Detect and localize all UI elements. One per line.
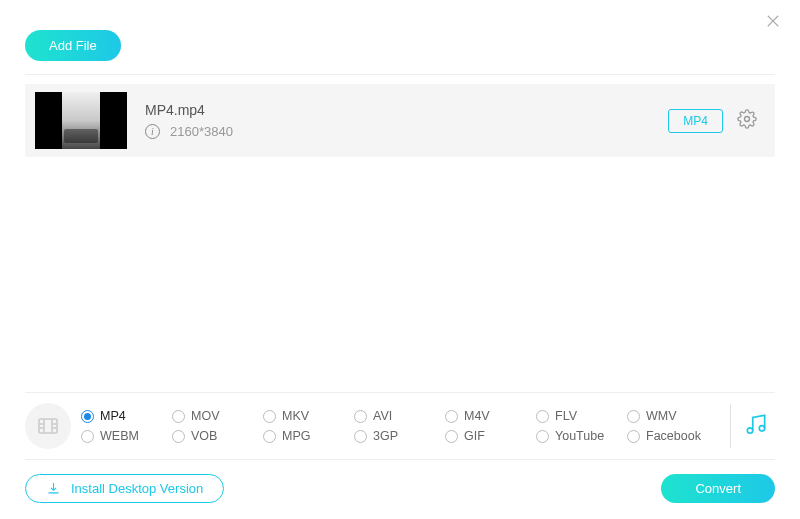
format-option-3gp[interactable]: 3GP — [354, 429, 445, 443]
download-icon — [46, 481, 61, 496]
format-option-youtube[interactable]: YouTube — [536, 429, 627, 443]
file-name: MP4.mp4 — [145, 102, 668, 118]
convert-button[interactable]: Convert — [661, 474, 775, 503]
radio-icon — [354, 430, 367, 443]
format-label: FLV — [555, 409, 577, 423]
radio-icon — [354, 410, 367, 423]
file-row: MP4.mp4 i 2160*3840 MP4 — [25, 84, 775, 157]
format-option-mov[interactable]: MOV — [172, 409, 263, 423]
format-label: MOV — [191, 409, 219, 423]
format-label: VOB — [191, 429, 217, 443]
format-label: YouTube — [555, 429, 604, 443]
svg-point-0 — [745, 116, 750, 121]
install-label: Install Desktop Version — [71, 481, 203, 496]
format-label: 3GP — [373, 429, 398, 443]
divider — [25, 74, 775, 75]
info-icon[interactable]: i — [145, 124, 160, 139]
radio-icon — [445, 410, 458, 423]
svg-point-2 — [747, 428, 752, 433]
format-option-mp4[interactable]: MP4 — [81, 409, 172, 423]
format-option-vob[interactable]: VOB — [172, 429, 263, 443]
radio-icon — [81, 410, 94, 423]
radio-icon — [263, 410, 276, 423]
format-label: GIF — [464, 429, 485, 443]
radio-icon — [536, 430, 549, 443]
format-panel: MP4MOVMKVAVIM4VFLVWMVWEBMVOBMPG3GPGIFYou… — [25, 392, 775, 459]
radio-icon — [445, 430, 458, 443]
install-desktop-button[interactable]: Install Desktop Version — [25, 474, 224, 503]
action-row: Install Desktop Version Convert — [25, 459, 775, 519]
radio-icon — [627, 410, 640, 423]
format-option-webm[interactable]: WEBM — [81, 429, 172, 443]
format-label: AVI — [373, 409, 392, 423]
format-option-facebook[interactable]: Facebook — [627, 429, 718, 443]
gear-icon[interactable] — [737, 109, 757, 133]
format-label: MP4 — [100, 409, 126, 423]
svg-rect-1 — [39, 419, 57, 433]
format-option-flv[interactable]: FLV — [536, 409, 627, 423]
format-label: Facebook — [646, 429, 701, 443]
format-option-m4v[interactable]: M4V — [445, 409, 536, 423]
format-option-gif[interactable]: GIF — [445, 429, 536, 443]
format-label: MPG — [282, 429, 310, 443]
svg-point-3 — [759, 426, 764, 431]
radio-icon — [263, 430, 276, 443]
format-label: MKV — [282, 409, 309, 423]
file-info: MP4.mp4 i 2160*3840 — [145, 102, 668, 139]
radio-icon — [81, 430, 94, 443]
output-format-badge[interactable]: MP4 — [668, 109, 723, 133]
audio-category-icon[interactable] — [743, 411, 775, 441]
format-label: WMV — [646, 409, 677, 423]
format-label: WEBM — [100, 429, 139, 443]
format-option-wmv[interactable]: WMV — [627, 409, 718, 423]
video-thumbnail — [35, 92, 127, 149]
close-icon[interactable] — [764, 12, 782, 34]
video-category-icon[interactable] — [25, 403, 71, 449]
format-option-mkv[interactable]: MKV — [263, 409, 354, 423]
radio-icon — [172, 430, 185, 443]
format-label: M4V — [464, 409, 490, 423]
format-option-avi[interactable]: AVI — [354, 409, 445, 423]
radio-icon — [627, 430, 640, 443]
divider — [730, 404, 731, 448]
file-resolution: 2160*3840 — [170, 124, 233, 139]
radio-icon — [172, 410, 185, 423]
add-file-button[interactable]: Add File — [25, 30, 121, 61]
radio-icon — [536, 410, 549, 423]
format-option-mpg[interactable]: MPG — [263, 429, 354, 443]
